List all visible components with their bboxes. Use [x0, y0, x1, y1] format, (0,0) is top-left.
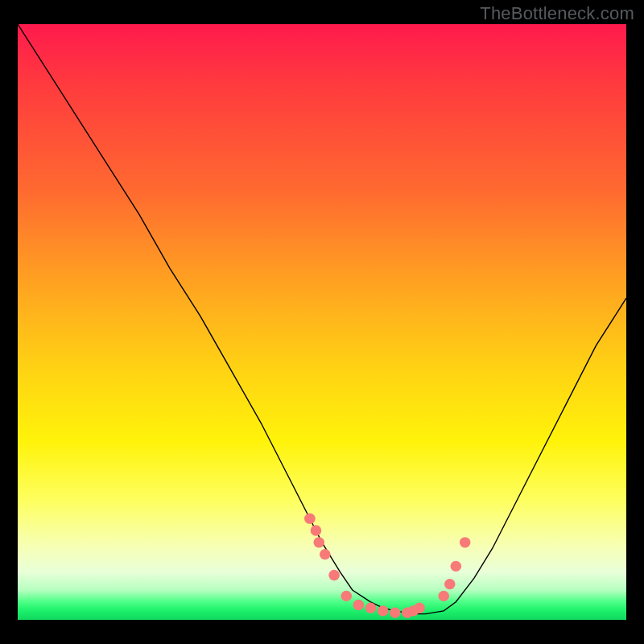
marker-dot	[444, 579, 456, 589]
marker-dot	[460, 537, 471, 547]
curve-layer	[18, 24, 626, 620]
marker-dot	[320, 549, 331, 559]
chart-stage: TheBottleneck.com	[0, 0, 644, 644]
marker-dot	[451, 561, 462, 572]
plot-area	[18, 24, 626, 620]
watermark-text: TheBottleneck.com	[480, 3, 634, 24]
marker-dot	[365, 603, 377, 613]
marker-dot	[390, 607, 401, 617]
marker-dot	[414, 603, 425, 613]
marker-dot	[341, 591, 352, 601]
marker-dot	[353, 600, 365, 610]
marker-dot	[328, 570, 340, 580]
marker-dot	[304, 514, 316, 524]
marker-dots	[304, 514, 470, 618]
marker-dot	[311, 525, 322, 535]
marker-dot	[378, 605, 389, 616]
marker-dot	[313, 537, 324, 547]
marker-dot	[438, 591, 449, 601]
bottleneck-curve	[18, 24, 626, 614]
